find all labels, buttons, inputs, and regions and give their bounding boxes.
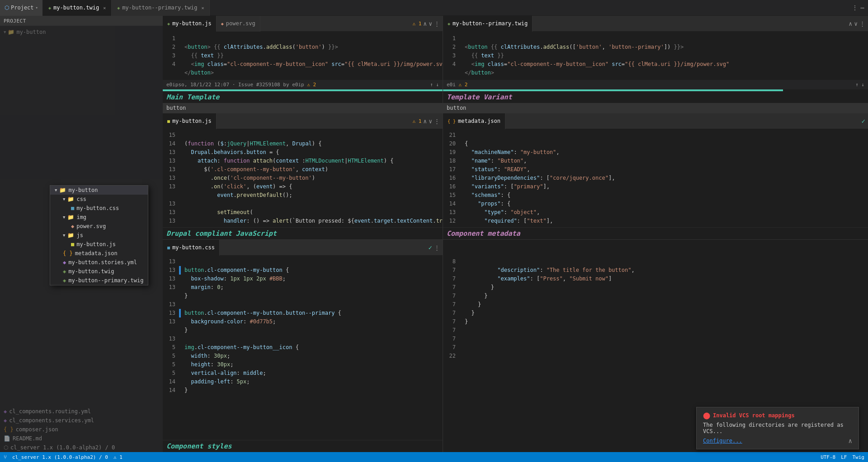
tab-close-icon[interactable]: ✕	[103, 5, 106, 10]
bottom-left-editor: ■ my-button.css ✓ ⋮ 13131313 131313 1355…	[163, 240, 443, 452]
editor-actions-top-right: ∧ ∨ ⋮	[849, 20, 868, 27]
git-info-text-r: e0i ⚠ 2	[447, 82, 467, 88]
code-top-right: <button {{ clAttributes.addClass(['butto…	[461, 34, 868, 77]
code-content-top-left: 1234 <button> {{ clAttributes.addClass('…	[163, 32, 443, 79]
tree-item-my-button-js[interactable]: ■ my-button.js	[50, 240, 148, 249]
code-mid-right: { "machineName": "my-button", "name": "B…	[461, 131, 868, 225]
notification-close-icon[interactable]: ∧	[849, 437, 852, 444]
status-encoding: UTF-8	[821, 454, 835, 460]
nav-up-icon-r[interactable]: ∧	[849, 20, 852, 27]
project-button[interactable]: ⬡ Project ▾	[0, 0, 43, 16]
nav-up-icon[interactable]: ∧	[423, 20, 427, 27]
split-icon[interactable]: ⋮	[852, 4, 858, 11]
code-top-left: <button> {{ clAttributes.addClass('butto…	[181, 34, 443, 77]
configure-link[interactable]: Configure...	[703, 438, 742, 444]
editor-area: ◈ my-button.js ◆ power.svg ⚠ 1 ∧ ∨ ⋮	[163, 16, 868, 452]
nav-arrows-r: ↑ ↓	[855, 82, 864, 88]
status-line-ending: LF	[841, 454, 847, 460]
error-circle-icon: ⬤	[703, 412, 710, 419]
notification-title-text: Invalid VCS root mappings	[713, 412, 795, 419]
tree-item-css[interactable]: ▼ 📁 css	[50, 195, 148, 204]
line-numbers-top-left: 1234	[163, 34, 179, 77]
notification-popup: ⬤ Invalid VCS root mappings The followin…	[696, 407, 859, 449]
sidebar-item-server[interactable]: ⬡ cl_server 1.x (1.0.0-alpha2) / 0	[0, 443, 163, 452]
code-content-mid-left: 15141313131313 1313131313 (function ($:j…	[163, 129, 443, 227]
status-language: Twig	[853, 454, 865, 460]
git-info-top-right: e0i ⚠ 2 ↑ ↓	[443, 79, 868, 89]
tree-item-my-button[interactable]: ▼ 📁 my-button	[50, 186, 148, 195]
top-left-tab-bar: ◈ my-button.js ◆ power.svg ⚠ 1 ∧ ∨ ⋮	[163, 16, 443, 32]
twig-icon: ◈	[48, 5, 51, 10]
tab-metadata-json[interactable]: { } metadata.json	[443, 113, 505, 129]
sidebar-header-label: Project	[4, 18, 26, 24]
middle-right-editor: { } metadata.json ✓ 21201918171616151413…	[443, 113, 868, 239]
css-file-icon: ■	[167, 245, 170, 250]
sidebar-item-readme[interactable]: 📄 README.md	[0, 434, 163, 443]
tab-label: my-button.twig	[53, 5, 99, 11]
json-file-icon: { }	[448, 119, 456, 124]
more-actions-icon-r[interactable]: ⋮	[859, 20, 865, 27]
more-mid[interactable]: ⋮	[434, 118, 440, 125]
top-tab-bar: ⬡ Project ▾ ◈ my-button.twig ✕ ◈ my-butt…	[0, 0, 868, 16]
tab-js-filename: my-button.js	[172, 118, 212, 124]
tree-item-img[interactable]: ▼ 📁 img	[50, 213, 148, 222]
sidebar-item-routing[interactable]: ◆ cl_components.routing.yml	[0, 407, 163, 416]
tree-item-my-button-twig[interactable]: ◈ my-button.twig	[50, 267, 148, 276]
tree-item-my-button-css[interactable]: ■ my-button.css	[50, 204, 148, 213]
twig-icon-primary: ◈	[448, 21, 450, 26]
editor-actions-bottom-left: ✓ ⋮	[429, 244, 443, 251]
project-icon: ⬡	[5, 5, 9, 11]
more-icon[interactable]: ⋯	[861, 4, 864, 11]
tree-item-primary-twig[interactable]: ◈ my-button--primary.twig	[50, 276, 148, 285]
tab-power-svg[interactable]: ◆ power.svg	[217, 16, 260, 32]
code-content-mid-right: 212019181716161514131211109 { "machineNa…	[443, 129, 868, 227]
git-info-top-left: e0ipso, 18/1/22 12:07 · Issue #3259108 b…	[163, 79, 443, 89]
annotation-variant-text: Template Variant	[447, 93, 512, 101]
nav-down-icon-r[interactable]: ∨	[854, 20, 858, 27]
more-bottom-left[interactable]: ⋮	[434, 244, 440, 251]
sidebar-bottom: ◆ cl_components.routing.yml ◆ cl_compone…	[0, 407, 163, 452]
tab-primary-twig-editor[interactable]: ◈ my-button--primary.twig	[443, 16, 533, 32]
tree-item-js[interactable]: ▼ 📁 js	[50, 231, 148, 240]
sidebar-item-composer[interactable]: { } composer.json	[0, 425, 163, 434]
line-numbers-top-right: 1234	[443, 34, 459, 77]
sidebar-item-services[interactable]: ◆ cl_components.services.yml	[0, 416, 163, 425]
nav-down-icon[interactable]: ∨	[429, 20, 432, 27]
line-numbers-bottom-left: 13131313 131313 1355551414	[163, 257, 179, 438]
checkmark-css: ✓	[429, 244, 432, 251]
annotation-main-text: Main Template	[166, 93, 219, 101]
annotation-main-template: Main Template	[163, 91, 443, 103]
top-left-editor: ◈ my-button.js ◆ power.svg ⚠ 1 ∧ ∨ ⋮	[163, 16, 443, 113]
more-actions-icon[interactable]: ⋮	[434, 20, 440, 27]
tree-item-stories[interactable]: ◆ my-button.stories.yml	[50, 258, 148, 267]
file-tree-popup: ▼ 📁 my-button ▼ 📁 css ■ my-button.css	[50, 185, 148, 285]
status-server: cl_server 1.x (1.0.0-alpha2) / 0	[12, 454, 108, 460]
tab-my-button-twig-editor[interactable]: ◈ my-button.js	[163, 16, 217, 32]
tree-item-power-svg[interactable]: ◆ power.svg	[50, 222, 148, 231]
tab-my-button-css[interactable]: ■ my-button.css	[163, 240, 220, 256]
app-container: ⬡ Project ▾ ◈ my-button.twig ✕ ◈ my-butt…	[0, 0, 868, 462]
warning-badge: ⚠ 1	[412, 21, 421, 27]
twig-icon-2: ◈	[117, 5, 120, 10]
bottom-label-top-right: button	[443, 103, 868, 113]
tab-close-icon-2[interactable]: ✕	[201, 5, 204, 10]
status-bar: ⑂ cl_server 1.x (1.0.0-alpha2) / 0 ⚠ 1 U…	[0, 452, 868, 462]
git-branch-icon: ⑂	[4, 454, 7, 460]
tab-my-button-js[interactable]: ■ my-button.js	[163, 113, 217, 129]
nav-up-mid[interactable]: ∧	[423, 118, 427, 125]
code-bottom-left: button.cl-component--my-button { box-sha…	[181, 257, 443, 438]
tree-item-metadata-json[interactable]: { } metadata.json	[50, 249, 148, 258]
tab-my-button-primary-twig[interactable]: ◈ my-button--primary.twig ✕	[112, 0, 210, 16]
middle-left-editor: ■ my-button.js ⚠ 1 ∧ ∨ ⋮ 1514	[163, 113, 443, 239]
status-warnings: ⚠ 1	[113, 454, 123, 460]
nav-down-mid[interactable]: ∨	[429, 118, 432, 125]
annotation-meta-text: Component metadata	[447, 229, 520, 238]
tab-my-button-twig[interactable]: ◈ my-button.twig ✕	[43, 0, 112, 16]
line-numbers-bottom-right: 8777777777722	[443, 257, 459, 450]
notification-actions: Configure... ∧	[703, 437, 852, 444]
tab-label-2: my-button--primary.twig	[122, 5, 197, 11]
project-label: Project	[11, 5, 34, 11]
label-button: button	[166, 105, 186, 111]
tab-primary-filename: my-button--primary.twig	[453, 20, 528, 27]
sidebar-header: Project	[0, 16, 163, 26]
